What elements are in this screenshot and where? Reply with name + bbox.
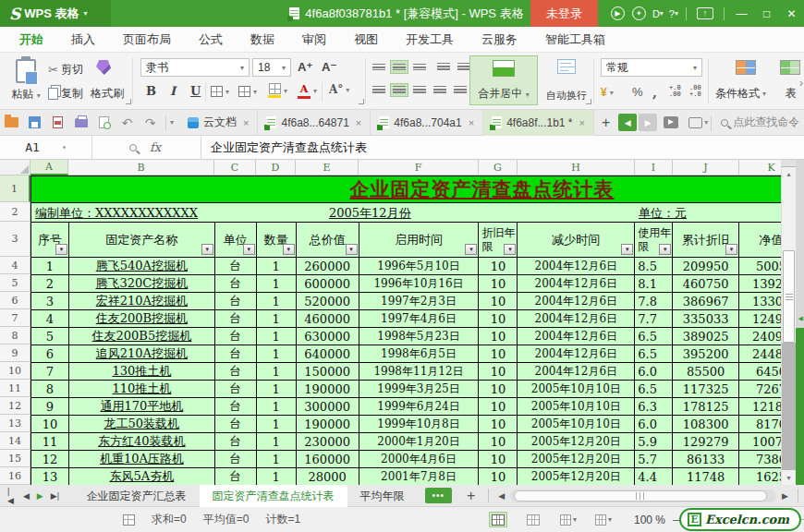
cell[interactable]: 1: [257, 275, 297, 293]
column-filter-header-0[interactable]: 序号▾: [31, 223, 69, 258]
cell[interactable]: 2: [31, 275, 69, 293]
find-command-box[interactable]: 点此查找命令: [721, 115, 799, 130]
cell[interactable]: 1998年6月5日: [359, 345, 480, 363]
hscrollbar-thumb[interactable]: [514, 490, 767, 502]
cell[interactable]: 520000: [297, 293, 359, 310]
cell[interactable]: 2000年4月6日: [359, 451, 480, 468]
cell[interactable]: 1998年5月23日: [359, 328, 480, 345]
cell[interactable]: 129279: [673, 433, 739, 451]
currency-format-button[interactable]: ¥ ▾: [601, 86, 614, 99]
cell[interactable]: 2004年12月6日: [518, 345, 635, 363]
cell[interactable]: 台: [215, 416, 257, 433]
zoom-cell-icon[interactable]: [129, 144, 137, 151]
more-sheets-button[interactable]: •••: [425, 488, 453, 503]
open-file-button[interactable]: [4, 115, 19, 131]
draw-border-button[interactable]: ▾: [238, 86, 257, 97]
cell[interactable]: 东方红40装载机: [69, 433, 215, 451]
distribute-button[interactable]: [451, 83, 469, 97]
sheet-tab-1[interactable]: 固定资产清查盘点统计表: [200, 485, 347, 507]
menu-tab-1[interactable]: 插入: [57, 27, 109, 52]
page-break-view-button[interactable]: [524, 512, 542, 527]
cell[interactable]: 1996年5月10日: [359, 258, 480, 275]
cell[interactable]: 1: [257, 258, 297, 275]
column-header-J[interactable]: J: [673, 160, 739, 175]
fill-color-button[interactable]: ▾: [268, 83, 287, 98]
formula-content[interactable]: 企业固定资产清查盘点统计表: [201, 139, 367, 156]
vertical-scrollbar[interactable]: ▲ ▼: [781, 160, 796, 485]
filter-dropdown-icon[interactable]: ▾: [465, 244, 477, 255]
cell[interactable]: 10: [479, 275, 518, 293]
filter-dropdown-icon[interactable]: ▾: [283, 244, 295, 255]
cell[interactable]: 335033: [673, 310, 739, 328]
row-header-12[interactable]: 12: [0, 397, 30, 415]
cell[interactable]: 1: [257, 468, 297, 485]
cell[interactable]: 6.0: [635, 416, 673, 433]
next-sheet-icon[interactable]: ▶: [33, 491, 47, 501]
cell[interactable]: 1999年3月25日: [359, 381, 480, 398]
row-header-5[interactable]: 5: [0, 274, 30, 292]
cell[interactable]: 7: [31, 363, 69, 381]
cell[interactable]: 台: [215, 398, 257, 416]
row-header-1[interactable]: 1: [0, 175, 30, 202]
cell[interactable]: 108300: [673, 416, 739, 433]
row-header-13[interactable]: 13: [0, 415, 30, 432]
cell[interactable]: 160000: [297, 451, 359, 468]
hscroll-left-icon[interactable]: ◀: [494, 491, 508, 501]
cell[interactable]: 395200: [673, 345, 739, 363]
row-header-4[interactable]: 4: [0, 257, 30, 274]
cell[interactable]: 10: [479, 345, 518, 363]
help-menu-icon[interactable]: ?▾: [669, 8, 678, 19]
cell[interactable]: 190000: [297, 416, 359, 433]
font-name-select[interactable]: 隶书▾: [140, 58, 250, 77]
cell[interactable]: 2005年10月10日: [518, 416, 635, 433]
prev-document-button[interactable]: ◀: [618, 114, 637, 131]
cut-button[interactable]: ✂ 剪切: [48, 62, 83, 78]
grow-font-button[interactable]: A⁺: [298, 60, 312, 74]
cell[interactable]: 10: [479, 398, 518, 416]
conditional-format-button[interactable]: 条件格式▾: [715, 86, 766, 102]
cell[interactable]: 台: [215, 451, 257, 468]
cell[interactable]: 2004年12月6日: [518, 363, 635, 381]
export-pdf-button[interactable]: [50, 115, 66, 131]
number-format-select[interactable]: 常规▾: [601, 58, 702, 77]
cell[interactable]: 1996年10月16日: [359, 275, 480, 293]
sheet-tab-2[interactable]: 平均年限: [347, 485, 418, 507]
cell[interactable]: 150000: [297, 363, 359, 381]
cell[interactable]: 300000: [297, 398, 359, 416]
menu-tab-6[interactable]: 视图: [340, 27, 392, 52]
prepared-by-cell[interactable]: 编制单位：XXXXXXXXXXXX: [35, 205, 198, 222]
menu-tab-3[interactable]: 公式: [185, 27, 237, 52]
cell[interactable]: 台: [215, 328, 257, 345]
cell[interactable]: 10: [479, 451, 518, 468]
cell[interactable]: 2005年12月20日: [518, 451, 635, 468]
align-top-button[interactable]: [370, 60, 388, 74]
wps-app-button[interactable]: S WPS 表格 ▾: [0, 0, 111, 27]
cell[interactable]: 12: [31, 451, 69, 468]
column-header-C[interactable]: C: [214, 160, 256, 175]
comma-format-button[interactable]: ,: [652, 85, 657, 100]
cell[interactable]: 1: [257, 398, 297, 416]
cell[interactable]: 10: [479, 258, 518, 275]
cell[interactable]: 2005年10月10日: [518, 381, 635, 398]
cell[interactable]: 1997年4月6日: [359, 310, 480, 328]
cell[interactable]: 178125: [673, 398, 739, 416]
align-center-button[interactable]: [390, 83, 408, 97]
row-header-7[interactable]: 7: [0, 309, 30, 327]
cell[interactable]: 9: [31, 398, 69, 416]
close-tab-icon[interactable]: ×: [356, 117, 361, 128]
row-header-16[interactable]: 16: [0, 467, 30, 485]
unit-cell[interactable]: 单位：元: [639, 205, 687, 222]
cell[interactable]: 460750: [673, 275, 739, 293]
column-header-D[interactable]: D: [256, 160, 296, 175]
cell[interactable]: 10: [479, 468, 518, 485]
document-tab-1[interactable]: 4f6a8...64871×: [258, 110, 371, 136]
cell[interactable]: 10: [479, 328, 518, 345]
filter-dropdown-icon[interactable]: ▾: [55, 244, 67, 255]
close-tab-icon[interactable]: ×: [579, 117, 585, 128]
sheet-tab-0[interactable]: 企业固定资产汇总表: [74, 485, 200, 507]
cell[interactable]: 7.8: [635, 293, 673, 310]
cell[interactable]: 台: [215, 310, 257, 328]
skin-menu-icon[interactable]: D▾: [652, 8, 664, 19]
cell[interactable]: 10: [479, 293, 518, 310]
menu-tab-2[interactable]: 页面布局: [109, 27, 185, 52]
